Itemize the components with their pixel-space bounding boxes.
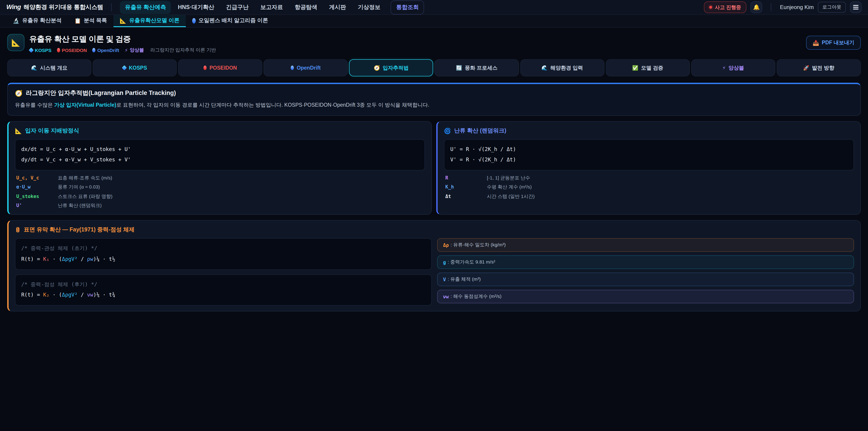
topbar-right: 사고 진행중 🔔 Eunjeong Kim 로그아웃 [704, 1, 862, 13]
page: Wing 해양환경 위기대응 통합시스템 유출유 확산예측 HNS·대기확산 긴… [0, 0, 868, 431]
divider [112, 3, 112, 11]
nav-item-oil-spill-prediction[interactable]: 유출유 확산예측 [120, 1, 171, 14]
wave-icon: 🌊 [541, 65, 548, 71]
legend-term: Δt [445, 193, 487, 200]
blue-oval-icon [291, 65, 294, 70]
chip-future-direction[interactable]: 🚀 발전 방향 [777, 59, 861, 76]
sub-tab-bar: 🔬 유출유 확산분석 📋 분석 목록 📐 유출유확산모델 이론 오일펜스 배치 … [0, 15, 868, 28]
formula-cards-row: 📐 입자 이동 지배방정식 dx/dt = U_c + α·U_w + U_st… [7, 121, 861, 215]
legend-term: K_h [445, 184, 487, 190]
inbox-tray-icon: 📥 [813, 39, 819, 46]
turbulent-diffusion-code: U' = R · √(2K_h / Δt) V' = R · √(2K_h / … [444, 139, 854, 171]
nav-item-emergency-rescue[interactable]: 긴급구난 [221, 1, 254, 14]
intro-body: 유출유를 수많은 가상 입자(Virtual Particle)로 표현하여, … [15, 101, 853, 110]
incident-dot-icon [709, 6, 712, 8]
triangle-ruler-icon: 📐 [120, 18, 126, 24]
badge-kosps: KOSPS [29, 48, 52, 53]
user-name: Eunjeong Kim [780, 4, 814, 10]
check-icon: ✅ [632, 65, 638, 71]
pdf-export-button[interactable]: 📥 PDF 내보내기 [806, 36, 861, 50]
gravity-inertia-code: /* 중력-관성 체제 (초기) */ R(t) = K₁ · (ΔρgV² /… [15, 239, 432, 270]
menu-icon [853, 5, 859, 10]
nav-item-board[interactable]: 게시판 [324, 1, 351, 14]
logo-wing-mark: Wing [6, 3, 21, 10]
chip-opendrift[interactable]: OpenDrift [264, 59, 348, 76]
tab-label: 유출유 확산분석 [22, 17, 62, 24]
card-title: 📐 입자 이동 지배방정식 [15, 127, 425, 135]
nav-item-weather-info[interactable]: 기상정보 [353, 1, 385, 14]
triangle-ruler-icon: 📐 [15, 127, 22, 134]
swirl-icon: 🌀 [444, 127, 451, 134]
chip-poseidon[interactable]: POSEIDON [178, 59, 262, 76]
hamburger-menu-button[interactable] [850, 1, 862, 13]
app-title: 해양환경 위기대응 통합시스템 [24, 3, 103, 11]
legend-term: U_c, V_c [16, 175, 58, 181]
nav-item-aerial-search[interactable]: 항공탐색 [290, 1, 322, 14]
param-spill-volume: V : 유출 체적 (m³) [437, 273, 854, 286]
chip-particle-tracking[interactable]: 🧭 입자추적법 [349, 59, 433, 76]
badge-ensemble: ⚡ 앙상블 [125, 47, 144, 53]
model-badge-row: KOSPS POSEIDON OpenDrift ⚡ 앙상블 라그랑지안 입자추… [29, 47, 216, 53]
app-logo[interactable]: Wing 해양환경 위기대응 통합시스템 [6, 3, 103, 11]
chip-ensemble[interactable]: ⚡ 앙상블 [691, 59, 775, 76]
chip-model-validation[interactable]: ✅ 모델 검증 [606, 59, 690, 76]
blue-oval-icon [92, 48, 95, 53]
nav-item-integrated-search[interactable]: 통합조회 [391, 0, 424, 14]
red-oval-icon [57, 48, 60, 53]
chip-system-overview[interactable]: 🌊 시스템 개요 [7, 59, 91, 76]
nav-item-reports[interactable]: 보고자료 [255, 1, 288, 14]
divider [771, 3, 772, 11]
legend-term: U' [16, 203, 58, 209]
turbulent-legend: R [-1, 1] 균등분포 난수 K_h 수평 확산 계수 (m²/s) Δt… [444, 175, 854, 200]
lagrangian-intro-card: 🧭 라그랑지안 입자추적법(Lagrangian Particle Tracki… [7, 83, 861, 116]
refresh-icon: 🔄 [456, 65, 462, 71]
page-header: 📐 유출유 확산 모델 이론 및 검증 KOSPS POSEIDON OpenD… [0, 28, 868, 58]
legend-desc: 난류 확산 (랜덤워크) [58, 203, 424, 209]
notifications-button[interactable]: 🔔 [751, 1, 763, 13]
tab-oil-fence-algorithm-theory[interactable]: 오일펜스 배치 알고리즘 이론 [186, 15, 274, 27]
legend-desc: 스토크스 표류 (파랑 영향) [58, 193, 424, 200]
legend-desc: 수평 확산 계수 (m²/s) [487, 184, 852, 190]
legend-term: α·U_w [16, 184, 58, 190]
incident-status-badge[interactable]: 사고 진행중 [704, 1, 746, 13]
virtual-particle-highlight: 가상 입자(Virtual Particle) [54, 102, 116, 107]
param-gravity: g : 중력가속도 9.81 m/s² [437, 256, 854, 269]
governing-equation-card: 📐 입자 이동 지배방정식 dx/dt = U_c + α·U_w + U_st… [7, 121, 432, 215]
lightning-icon: ⚡ [125, 48, 128, 53]
page-title-block: 유출유 확산 모델 이론 및 검증 KOSPS POSEIDON OpenDri… [29, 34, 216, 53]
page-title-icon-box: 📐 [7, 34, 24, 51]
compass-icon: 🧭 [15, 90, 23, 97]
turbulent-diffusion-card: 🌀 난류 확산 (랜덤워크) U' = R · √(2K_h / Δt) V' … [436, 121, 861, 215]
intro-title: 🧭 라그랑지안 입자추적법(Lagrangian Particle Tracki… [15, 89, 853, 97]
incident-badge-label: 사고 진행중 [715, 4, 741, 11]
rocket-icon: 🚀 [803, 65, 809, 71]
governing-legend: U_c, V_c 표층 해류·조류 속도 (m/s) α·U_w 풍류 기여 (… [15, 175, 425, 209]
chip-marine-environment-input[interactable]: 🌊 해양환경 입력 [520, 59, 604, 76]
legend-desc: 풍류 기여 (α ≈ 0.03) [58, 184, 424, 190]
legend-desc: [-1, 1] 균등분포 난수 [487, 175, 852, 181]
param-density-difference: Δρ : 유류-해수 밀도차 (kg/m³) [437, 239, 854, 252]
bell-icon: 🔔 [753, 4, 760, 10]
triangle-ruler-icon: 📐 [11, 38, 20, 47]
diamond-icon [29, 48, 34, 53]
nav-item-hns-atmospheric[interactable]: HNS·대기확산 [173, 1, 219, 14]
diamond-icon [122, 65, 127, 70]
top-navigation-bar: Wing 해양환경 위기대응 통합시스템 유출유 확산예측 HNS·대기확산 긴… [0, 0, 868, 15]
legend-term: R [445, 175, 487, 181]
card-title: 🛢 표면 유막 확산 — Fay(1971) 중력-점성 체제 [15, 226, 854, 234]
chip-kosps[interactable]: KOSPS [93, 59, 177, 76]
tab-label: 오일펜스 배치 알고리즘 이론 [198, 17, 268, 24]
fay-spreading-card: 🛢 표면 유막 확산 — Fay(1971) 중력-점성 체제 /* 중력-관성… [7, 220, 861, 311]
chip-weathering-process[interactable]: 🔄 풍화 프로세스 [435, 59, 519, 76]
red-oval-icon [204, 65, 207, 70]
tab-diffusion-model-theory[interactable]: 📐 유출유확산모델 이론 [113, 15, 186, 27]
tab-oil-spill-analysis[interactable]: 🔬 유출유 확산분석 [6, 15, 68, 27]
clipboard-icon: 📋 [74, 18, 81, 24]
page-title: 유출유 확산 모델 이론 및 검증 [29, 34, 216, 44]
logout-button[interactable]: 로그아웃 [818, 2, 846, 13]
tab-analysis-list[interactable]: 📋 분석 목록 [68, 15, 114, 27]
fay-parameter-list: Δρ : 유류-해수 밀도차 (kg/m³) g : 중력가속도 9.81 m/… [437, 239, 854, 304]
fay-content-grid: /* 중력-관성 체제 (초기) */ R(t) = K₁ · (ΔρgV² /… [15, 239, 854, 306]
legend-desc: 표층 해류·조류 속도 (m/s) [58, 175, 424, 181]
badge-poseidon: POSEIDON [57, 48, 87, 53]
